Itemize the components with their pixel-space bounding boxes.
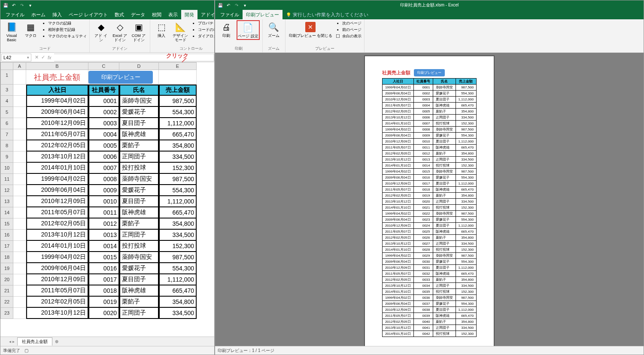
worksheet-grid[interactable]: ABCDE1社員売上金額印刷プレビュー3入社日社員番号氏名売上金額41999年0… xyxy=(0,62,214,337)
insert-button[interactable]: ⬚挿入 xyxy=(153,20,170,39)
table-cell[interactable]: 2010年12月09日 xyxy=(26,274,88,285)
table-cell[interactable]: 2013年10月12日 xyxy=(26,152,88,163)
row-header[interactable]: 5 xyxy=(0,107,13,118)
table-cell[interactable]: 2010年12月09日 xyxy=(26,118,88,129)
table-cell[interactable]: 阪神虎雄 xyxy=(119,129,159,140)
tab-印刷プレビュー[interactable]: 印刷プレビュー xyxy=(243,10,283,19)
com-addin-button[interactable]: ▣COM アドイン xyxy=(130,20,147,43)
design-mode-button[interactable]: 📐デザイン モード xyxy=(172,20,189,43)
print-preview-area[interactable]: 社員売上金額 印刷プレビュー 入社日社員番号氏名売上金額1999年04月02日0… xyxy=(215,53,644,346)
row-header[interactable]: 11 xyxy=(0,174,13,185)
table-cell[interactable]: 0002 xyxy=(88,107,119,118)
table-cell[interactable]: 152,300 xyxy=(159,241,197,252)
row-header[interactable]: 22 xyxy=(0,297,13,308)
tab-挿入[interactable]: 挿入 xyxy=(49,10,65,19)
undo-icon[interactable]: ↶ xyxy=(10,2,17,9)
row-header[interactable]: 14 xyxy=(0,207,13,218)
row-header[interactable]: 15 xyxy=(0,218,13,230)
row-header[interactable]: 4 xyxy=(0,96,13,107)
row-header[interactable]: 12 xyxy=(0,185,13,196)
table-cell[interactable]: 0019 xyxy=(88,297,119,308)
col-header[interactable]: A xyxy=(13,62,26,70)
zoom-button[interactable]: 🔍ズーム xyxy=(265,20,283,39)
table-cell[interactable]: 334,500 xyxy=(159,308,197,319)
table-cell[interactable]: 愛媛花子 xyxy=(119,107,159,118)
tab-データ[interactable]: データ xyxy=(128,10,149,19)
table-cell[interactable]: 0011 xyxy=(88,207,119,218)
row-header[interactable]: 10 xyxy=(0,163,13,174)
table-cell[interactable]: 2011年05月07日 xyxy=(26,207,88,218)
tell-me-search[interactable]: 💡実行したい作業を入力してください xyxy=(283,10,372,19)
table-cell[interactable]: 薬師寺国安 xyxy=(119,252,159,263)
table-cell[interactable]: 0018 xyxy=(88,285,119,297)
row-header[interactable]: 9 xyxy=(0,152,13,163)
name-box[interactable]: L42▾ xyxy=(1,54,31,61)
table-cell[interactable]: 665,470 xyxy=(159,207,197,218)
cancel-icon[interactable]: ✕ xyxy=(35,55,39,60)
table-cell[interactable]: 投打投球 xyxy=(119,163,159,174)
table-cell[interactable]: 554,300 xyxy=(159,107,197,118)
table-cell[interactable]: 愛媛花子 xyxy=(119,263,159,274)
table-cell[interactable]: 0005 xyxy=(88,140,119,152)
qat-more-icon[interactable]: ▾ xyxy=(27,2,33,9)
table-cell[interactable]: 2012年02月05日 xyxy=(26,140,88,152)
row-header[interactable]: 1 xyxy=(0,70,13,85)
table-cell[interactable]: 栗餡子 xyxy=(119,140,159,152)
table-cell[interactable]: 334,500 xyxy=(159,152,197,163)
table-cell[interactable]: 正岡団子 xyxy=(119,308,159,319)
table-cell[interactable]: 554,300 xyxy=(159,263,197,274)
print-preview-button[interactable]: 印刷プレビュー xyxy=(88,71,153,84)
close-preview-button[interactable]: ✕印刷プレビュー を閉じる xyxy=(288,20,334,39)
row-header[interactable]: 19 xyxy=(0,263,13,274)
tab-ファイル[interactable]: ファイル xyxy=(2,10,28,19)
visual-basic-button[interactable]: 📘Visual Basic xyxy=(3,20,20,43)
table-cell[interactable]: 投打投球 xyxy=(119,241,159,252)
macro-record-icon[interactable]: ▢ xyxy=(24,348,28,353)
add-sheet-button[interactable]: ⊕ xyxy=(52,339,61,344)
row-header[interactable]: 21 xyxy=(0,285,13,297)
table-cell[interactable]: 2014年01月10日 xyxy=(26,241,88,252)
table-cell[interactable]: 0013 xyxy=(88,230,119,241)
table-cell[interactable]: 2014年01月10日 xyxy=(26,163,88,174)
table-cell[interactable]: 栗餡子 xyxy=(119,297,159,308)
row-header[interactable]: 3 xyxy=(0,85,13,96)
table-cell[interactable]: 987,500 xyxy=(159,96,197,107)
table-cell[interactable]: 0009 xyxy=(88,185,119,196)
ribbon-item[interactable]: ▪マクロの記録 xyxy=(41,20,87,26)
save-icon[interactable]: 💾 xyxy=(2,2,9,9)
ribbon-item[interactable]: ▪プロパティ xyxy=(191,20,215,26)
table-cell[interactable]: 354,800 xyxy=(159,297,197,308)
sheet-tab[interactable]: 社員売上金額 xyxy=(17,337,52,346)
sheet-nav-icon[interactable]: ◂ ▸ xyxy=(9,339,15,344)
table-cell[interactable]: 0006 xyxy=(88,152,119,163)
table-cell[interactable]: 2012年02月05日 xyxy=(26,218,88,230)
col-header[interactable]: B xyxy=(26,62,88,70)
table-cell[interactable]: 2009年06月04日 xyxy=(26,107,88,118)
row-header[interactable]: 17 xyxy=(0,241,13,252)
table-cell[interactable]: 0016 xyxy=(88,263,119,274)
col-header[interactable]: E xyxy=(159,62,197,70)
table-cell[interactable]: 152,300 xyxy=(159,163,197,174)
table-cell[interactable]: 0012 xyxy=(88,218,119,230)
row-header[interactable]: 13 xyxy=(0,196,13,207)
table-cell[interactable]: 1999年04月02日 xyxy=(26,252,88,263)
tab-数式[interactable]: 数式 xyxy=(111,10,128,19)
addin-button[interactable]: ◆アド イン xyxy=(92,20,109,43)
table-cell[interactable]: 2013年10月12日 xyxy=(26,230,88,241)
table-cell[interactable]: 夏目団子 xyxy=(119,274,159,285)
redo-icon[interactable]: ↷ xyxy=(18,2,25,9)
table-cell[interactable]: 愛媛花子 xyxy=(119,185,159,196)
table-cell[interactable]: 1999年04月02日 xyxy=(26,174,88,185)
row-header[interactable]: 20 xyxy=(0,274,13,285)
macro-button[interactable]: ▦マクロ xyxy=(22,20,39,39)
row-header[interactable]: 6 xyxy=(0,118,13,129)
table-cell[interactable]: 0001 xyxy=(88,96,119,107)
table-cell[interactable]: 夏目団子 xyxy=(119,118,159,129)
table-cell[interactable]: 2009年06月04日 xyxy=(26,185,88,196)
table-cell[interactable]: 0015 xyxy=(88,252,119,263)
undo-icon[interactable]: ↶ xyxy=(225,2,232,9)
table-cell[interactable]: 0014 xyxy=(88,241,119,252)
ribbon-item[interactable]: ▪ダイアログの実行 xyxy=(191,33,215,39)
enter-icon[interactable]: ✓ xyxy=(41,55,45,60)
table-cell[interactable]: 334,500 xyxy=(159,230,197,241)
